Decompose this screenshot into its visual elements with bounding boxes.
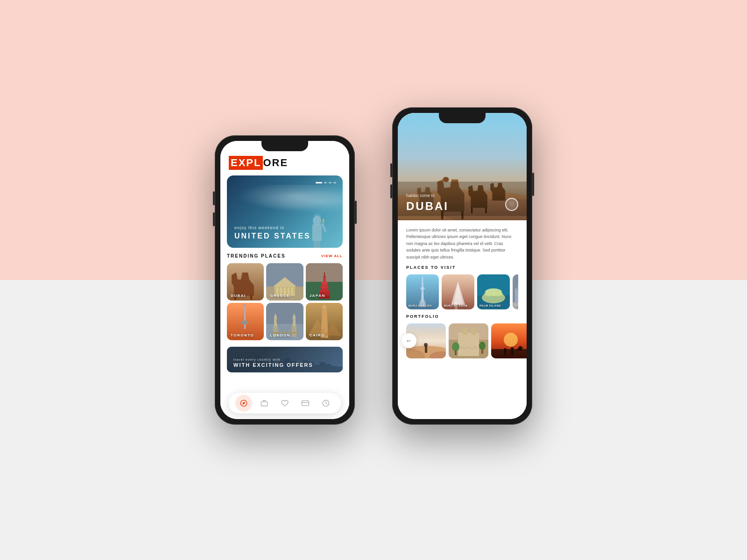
svg-rect-10 (250, 295, 252, 300)
trending-item-toronto[interactable]: TORONTO (227, 303, 264, 340)
places-title: PLACES TO VISIT (406, 265, 518, 270)
svg-point-74 (420, 287, 425, 290)
svg-point-104 (452, 342, 459, 351)
portfolio-sunset[interactable] (491, 323, 527, 358)
clock-icon (322, 399, 330, 407)
svg-rect-41 (274, 317, 277, 326)
phone-1: EXPLORE (215, 135, 355, 425)
hero-pagination (316, 182, 336, 183)
explore-title-rest: ORE (263, 157, 288, 169)
nav-history[interactable] (317, 395, 334, 412)
cairo-label: CAIRO (310, 333, 325, 337)
svg-point-109 (504, 333, 518, 347)
promo-title: WITH EXCITING OFFERS (233, 362, 313, 368)
svg-marker-4 (317, 212, 318, 217)
svg-rect-107 (481, 349, 483, 354)
place-burj-al-arab[interactable]: BURJ AL ARAB (442, 274, 474, 309)
portfolio-section: PORTFOLIO ← (398, 314, 527, 363)
hero-dot-3[interactable] (329, 182, 331, 183)
burj-al-arab-label: BURJ AL ARAB (444, 304, 472, 307)
hero-dot-1[interactable] (316, 182, 322, 183)
phone-2: habibi! come to DUBAI ♡ Lorem ipsum dolo… (392, 107, 532, 425)
svg-marker-5 (319, 213, 321, 217)
place-burj-khalifa[interactable]: BURJ KHALIFA (406, 274, 439, 309)
volume-down-button (213, 212, 215, 226)
svg-rect-42 (293, 317, 296, 326)
trending-header: TRENDING PLACES VIEW ALL (227, 253, 343, 259)
japan-label: JAPAN (310, 294, 325, 298)
phone-2-notch (439, 113, 486, 123)
trending-item-japan[interactable]: JAPAN (306, 263, 343, 301)
dubai-mall-label: DUBAI MA... (515, 304, 518, 307)
phone-2-screen: habibi! come to DUBAI ♡ Lorem ipsum dolo… (398, 113, 527, 419)
place-dubai-mall[interactable]: DUBAI MA... (513, 274, 518, 309)
trending-grid: DUBAI (227, 263, 343, 340)
heart-icon (281, 399, 289, 407)
place-palm-island[interactable]: PALM ISLAND (477, 274, 510, 309)
compass-icon (240, 399, 248, 407)
svg-rect-18 (288, 287, 289, 294)
hero-location: UNITED STATES (234, 232, 311, 240)
svg-rect-102 (463, 328, 467, 335)
svg-point-106 (479, 342, 486, 350)
nav-explore[interactable] (235, 395, 252, 412)
hero-dot-4[interactable] (333, 182, 336, 183)
svg-rect-7 (323, 219, 324, 223)
promo-text: travel every country with WITH EXCITING … (233, 358, 313, 368)
dubai-description: Lorem ipsum dolor sit amet, consectetur … (398, 220, 527, 265)
places-to-visit-section: PLACES TO VISIT BURJ KHALIFA (398, 265, 527, 314)
trending-item-greece[interactable]: GREECE (266, 263, 303, 301)
svg-point-98 (424, 343, 428, 347)
svg-rect-56 (302, 401, 309, 406)
greece-label: GREECE (270, 294, 290, 298)
dubai-hero: habibi! come to DUBAI ♡ (398, 113, 527, 220)
hero-dot-2[interactable] (324, 182, 327, 183)
portfolio-building[interactable] (449, 323, 488, 358)
places-grid: BURJ KHALIFA BURJ AL ARAB (406, 274, 518, 309)
svg-rect-16 (280, 287, 282, 294)
svg-point-64 (443, 177, 449, 182)
phone-1-screen: EXPLORE (220, 141, 349, 419)
svg-rect-112 (504, 350, 506, 355)
nav-payments[interactable] (297, 395, 314, 412)
svg-marker-54 (242, 402, 245, 405)
hero-banner[interactable]: enjoy this weekend in UNITED STATES (227, 175, 343, 248)
back-button[interactable]: ← (402, 333, 416, 348)
phone-2-content: habibi! come to DUBAI ♡ Lorem ipsum dolo… (398, 113, 527, 419)
card-icon (301, 399, 310, 407)
toronto-label: TORONTO (231, 333, 254, 337)
bottom-nav (229, 393, 341, 413)
portfolio-grid: ← (406, 323, 518, 358)
explore-title: EXPLORE (229, 156, 341, 170)
promo-banner[interactable]: travel every country with WITH EXCITING … (227, 347, 343, 372)
phone-1-content: EXPLORE (220, 141, 349, 419)
trending-section: TRENDING PLACES VIEW ALL (220, 248, 349, 344)
svg-rect-29 (322, 284, 327, 288)
svg-marker-3 (314, 213, 316, 217)
svg-rect-97 (425, 346, 427, 353)
view-all-link[interactable]: VIEW ALL (321, 254, 343, 258)
briefcase-icon (260, 399, 268, 407)
svg-rect-114 (511, 349, 513, 355)
svg-rect-103 (471, 328, 476, 335)
nav-favorites[interactable] (276, 395, 293, 412)
trending-item-london[interactable]: LONDON (266, 303, 303, 340)
trending-title: TRENDING PLACES (227, 253, 286, 259)
svg-point-83 (484, 292, 493, 296)
phone2-power-button (532, 173, 534, 196)
svg-rect-1 (312, 224, 322, 241)
svg-point-35 (241, 321, 248, 324)
trending-item-cairo[interactable]: CAIRO (306, 303, 343, 340)
dubai-heart-button[interactable]: ♡ (505, 198, 518, 211)
hero-text: enjoy this weekend in UNITED STATES (234, 225, 311, 240)
svg-rect-105 (455, 350, 457, 355)
palm-island-label: PALM ISLAND (479, 304, 507, 307)
svg-rect-55 (261, 402, 267, 406)
svg-rect-101 (458, 333, 479, 356)
hero-subtitle: enjoy this weekend in (234, 225, 311, 230)
phone-1-notch (261, 141, 308, 151)
trending-item-dubai[interactable]: DUBAI (227, 263, 264, 301)
svg-rect-34 (244, 307, 246, 329)
nav-trips[interactable] (256, 395, 273, 412)
svg-rect-40 (292, 325, 296, 337)
